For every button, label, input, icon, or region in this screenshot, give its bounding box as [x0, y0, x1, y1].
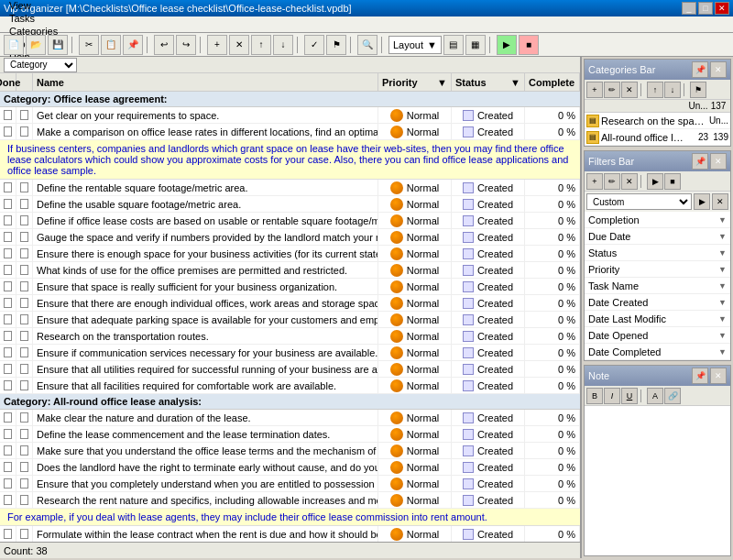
minimize-button[interactable]: _ [682, 2, 696, 15]
done-checkbox-t8[interactable] [4, 265, 12, 275]
layout-dropdown[interactable]: Layout ▼ [388, 36, 442, 54]
complete-checkbox-t16[interactable] [20, 412, 28, 423]
layout-btn2[interactable]: ▤ [443, 35, 464, 55]
task-row-t5[interactable]: Define if office lease costs are based o… [0, 213, 580, 229]
cat-bar-pin-button[interactable]: 📌 [692, 61, 708, 78]
layout-btn3[interactable]: ▦ [465, 35, 486, 55]
done-checkbox-t1[interactable] [4, 110, 12, 120]
filter-row-4[interactable]: Task Name▼ [585, 278, 730, 294]
complete-checkbox-t11[interactable] [20, 314, 28, 324]
cat-add-btn[interactable]: + [586, 82, 603, 98]
th-status[interactable]: Status ▼ [452, 73, 525, 91]
complete-checkbox-t14[interactable] [20, 364, 28, 374]
cat-list-item-1[interactable]: ▤All-round office lease analysis:23139 [585, 129, 730, 146]
close-button[interactable]: ✕ [715, 2, 729, 15]
cut-button[interactable]: ✂ [79, 35, 99, 55]
save-button[interactable]: 💾 [48, 35, 68, 55]
filter-x-btn[interactable]: ✕ [712, 193, 728, 210]
delete-button[interactable]: ✕ [229, 35, 249, 55]
task-row-t22[interactable]: Formulate within the lease contract when… [0, 526, 580, 542]
th-priority[interactable]: Priority ▼ [378, 73, 452, 91]
task-row-t20[interactable]: Ensure that you completely understand wh… [0, 476, 580, 492]
filter-row-7[interactable]: Date Opened▼ [585, 327, 730, 344]
maximize-button[interactable]: □ [698, 2, 713, 15]
done-checkbox-t22[interactable] [4, 529, 12, 539]
task-row-t10[interactable]: Ensure that there are enough individual … [0, 295, 580, 312]
done-checkbox-t10[interactable] [4, 298, 12, 308]
filter-row-3[interactable]: Priority▼ [585, 261, 730, 278]
complete-checkbox-t15[interactable] [20, 380, 28, 390]
task-row-t1[interactable]: Get clear on your requirements to space.… [0, 107, 580, 124]
filter-row-1[interactable]: Due Date▼ [585, 228, 730, 245]
complete-checkbox-t17[interactable] [20, 429, 28, 439]
checklist-content[interactable]: Category: Office lease agreement:Get cle… [0, 92, 580, 542]
done-checkbox-t15[interactable] [4, 380, 12, 390]
complete-checkbox-t9[interactable] [20, 281, 28, 291]
complete-checkbox-t12[interactable] [20, 331, 28, 341]
cat-delete-btn[interactable]: ✕ [621, 82, 638, 98]
stop-button[interactable]: ■ [519, 35, 539, 55]
search-button[interactable]: 🔍 [357, 35, 377, 55]
note-italic-btn[interactable]: I [604, 388, 620, 404]
complete-checkbox-t8[interactable] [20, 265, 28, 275]
start-button[interactable]: ▶ [497, 35, 517, 55]
task-row-t18[interactable]: Make sure that you understand the office… [0, 443, 580, 459]
complete-checkbox-t5[interactable] [20, 215, 28, 225]
done-checkbox-t20[interactable] [4, 478, 12, 489]
add-task-button[interactable]: + [207, 35, 227, 55]
done-checkbox-t9[interactable] [4, 281, 12, 291]
task-row-t6[interactable]: Gauge the space and verify if numbers pr… [0, 229, 580, 246]
complete-checkbox-t3[interactable] [20, 182, 28, 192]
note-format-btn[interactable]: B [586, 388, 603, 404]
complete-checkbox-t18[interactable] [20, 445, 28, 456]
note-link-btn[interactable]: 🔗 [664, 388, 681, 404]
cat-filter-btn[interactable]: ⚑ [690, 82, 706, 98]
flag-button[interactable]: ⚑ [326, 35, 346, 55]
check-button[interactable]: ✓ [304, 35, 324, 55]
task-row-t8[interactable]: What kinds of use for the office premise… [0, 262, 580, 279]
complete-checkbox-t21[interactable] [20, 495, 28, 505]
filter-row-8[interactable]: Date Completed▼ [585, 344, 730, 360]
complete-checkbox-t22[interactable] [20, 529, 28, 539]
complete-checkbox-t19[interactable] [20, 462, 28, 472]
done-checkbox-t19[interactable] [4, 462, 12, 472]
task-row-t11[interactable]: Ensure that adequate parking space is av… [0, 312, 580, 328]
complete-checkbox-t13[interactable] [20, 347, 28, 357]
task-row-t14[interactable]: Ensure that all utilities required for s… [0, 361, 580, 378]
cat-edit-btn[interactable]: ✏ [604, 82, 620, 98]
open-button[interactable]: 📂 [26, 35, 46, 55]
filter-clear-btn[interactable]: ■ [664, 173, 681, 190]
note-color-btn[interactable]: A [647, 388, 663, 404]
done-checkbox-t2[interactable] [4, 126, 12, 137]
complete-checkbox-t4[interactable] [20, 199, 28, 209]
note-close-button[interactable]: ✕ [710, 368, 727, 384]
filter-bar-close-button[interactable]: ✕ [710, 153, 727, 170]
cat-bar-close-button[interactable]: ✕ [710, 61, 727, 78]
task-row-t19[interactable]: Does the landlord have the right to term… [0, 459, 580, 476]
filter-row-6[interactable]: Date Last Modific▼ [585, 311, 730, 327]
complete-checkbox-t10[interactable] [20, 298, 28, 308]
filter-add-btn[interactable]: + [586, 173, 603, 190]
complete-checkbox-t20[interactable] [20, 478, 28, 489]
done-checkbox-t14[interactable] [4, 364, 12, 374]
filter-bar-pin-button[interactable]: 📌 [692, 153, 708, 170]
done-checkbox-t3[interactable] [4, 182, 12, 192]
done-checkbox-t7[interactable] [4, 248, 12, 258]
filter-row-2[interactable]: Status▼ [585, 245, 730, 261]
task-row-t13[interactable]: Ensure if communication services necessa… [0, 345, 580, 361]
category-dropdown[interactable]: Category [4, 58, 77, 72]
task-row-t16[interactable]: Make clear the nature and duration of th… [0, 410, 580, 426]
done-checkbox-t5[interactable] [4, 215, 12, 225]
menu-item-tasks[interactable]: Tasks [4, 12, 63, 25]
task-row-t2[interactable]: Make a comparison on office lease rates … [0, 124, 580, 140]
done-checkbox-t21[interactable] [4, 495, 12, 505]
complete-checkbox-t2[interactable] [20, 126, 28, 137]
task-row-t9[interactable]: Ensure that space is really sufficient f… [0, 279, 580, 295]
complete-checkbox-t1[interactable] [20, 110, 28, 120]
filter-edit-btn[interactable]: ✏ [604, 173, 620, 190]
done-checkbox-t12[interactable] [4, 331, 12, 341]
task-row-t4[interactable]: Define the usable square footage/metric … [0, 196, 580, 213]
new-button[interactable]: 📄 [4, 35, 24, 55]
filter-row-5[interactable]: Date Created▼ [585, 294, 730, 311]
redo-button[interactable]: ↪ [176, 35, 196, 55]
